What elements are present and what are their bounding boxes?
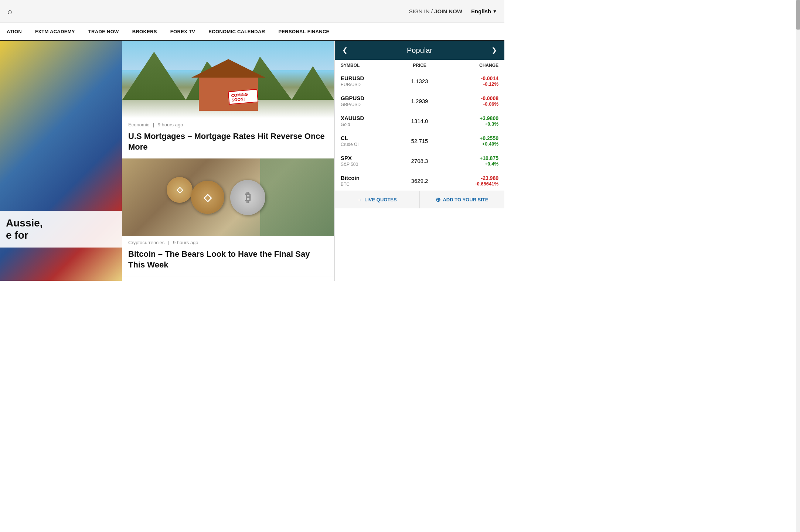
price-col: 1.2939 <box>393 98 446 104</box>
nav-item-brokers[interactable]: BROKERS <box>126 23 164 40</box>
article-bitcoin-time: 9 hours ago <box>173 240 198 245</box>
hero-overlay: Aussie, e for <box>0 211 122 248</box>
symbol-col: CL Crude Oil <box>341 135 393 147</box>
nav-item-education[interactable]: ATION <box>0 23 28 40</box>
price-col: 1314.0 <box>393 118 446 124</box>
col-change-header: CHANGE <box>446 63 498 68</box>
article-mortgage: COMING SOON! Economic | 9 hours ago U.S … <box>122 41 334 158</box>
mortgage-article-image: COMING SOON! <box>122 41 334 118</box>
change-pct: -0.06% <box>483 101 498 107</box>
nav-item-fxtm-academy[interactable]: FXTM ACADEMY <box>28 23 82 40</box>
nav-item-economic-calendar[interactable]: ECONOMIC CALENDAR <box>202 23 272 40</box>
symbol-sub: BTC <box>341 182 393 187</box>
change-pct: +0.49% <box>482 141 498 147</box>
main-content: Aussie, e for COMING SOON! Economic | 9 … <box>0 41 504 281</box>
main-nav: ATION FXTM ACADEMY TRADE NOW BROKERS FOR… <box>0 23 504 41</box>
article-mortgage-title[interactable]: U.S Mortgages – Mortgage Rates Hit Rever… <box>122 130 334 158</box>
market-title: Popular <box>407 46 432 55</box>
hero-image: Aussie, e for <box>0 41 122 281</box>
btc-coin: ₿ <box>230 180 265 215</box>
symbol-name: GBPUSD <box>341 95 393 101</box>
add-to-site-label: ADD TO YOUR SITE <box>443 197 488 202</box>
price-col: 3629.2 <box>393 178 446 184</box>
hero-text-line1: Aussie, <box>6 217 116 229</box>
article-bitcoin: ◇ ◇ ₿ Cryptocurrencies | 9 hours ago Bit… <box>122 158 334 276</box>
change-pct: +0.3% <box>485 121 498 127</box>
symbol-sub: EUR/USD <box>341 82 393 87</box>
market-footer: → LIVE QUOTES ⊕ ADD TO YOUR SITE <box>335 191 504 208</box>
market-rows: EURUSD EUR/USD 1.1323 -0.0014 -0.12% GBP… <box>335 71 504 191</box>
symbol-sub: Gold <box>341 122 393 127</box>
change-col: +0.2550 +0.49% <box>446 135 498 147</box>
search-area: ⌕ <box>7 7 12 16</box>
article-mortgage-category: Economic <box>128 122 149 127</box>
article-mortgage-time: 9 hours ago <box>158 122 183 127</box>
add-to-site-plus-icon: ⊕ <box>436 196 440 203</box>
change-col: -0.0014 -0.12% <box>446 75 498 87</box>
market-row[interactable]: XAUUSD Gold 1314.0 +3.9800 +0.3% <box>335 111 504 131</box>
nav-item-personal-finance[interactable]: PERSONAL FINANCE <box>272 23 336 40</box>
symbol-sub: GBP/USD <box>341 102 393 107</box>
change-pct: -0.65641% <box>475 181 498 187</box>
market-row[interactable]: GBPUSD GBP/USD 1.2939 -0.0008 -0.06% <box>335 91 504 111</box>
bitcoin-article-image: ◇ ◇ ₿ <box>122 158 334 236</box>
symbol-col: GBPUSD GBP/USD <box>341 95 393 107</box>
change-val: -0.0014 <box>481 75 498 81</box>
sign-in-label[interactable]: SIGN IN / <box>409 8 433 14</box>
change-col: -23.980 -0.65641% <box>446 175 498 187</box>
coming-soon-sign: COMING SOON! <box>228 89 258 105</box>
change-pct: +0.4% <box>485 161 498 167</box>
price-col: 52.715 <box>393 138 446 144</box>
symbol-col: SPX S&P 500 <box>341 155 393 167</box>
symbol-sub: Crude Oil <box>341 142 393 147</box>
live-quotes-arrow-icon: → <box>357 197 362 202</box>
language-selector[interactable]: English ▼ <box>471 8 497 14</box>
market-col-headers: SYMBOL PRICE CHANGE <box>335 60 504 71</box>
market-row[interactable]: Bitcoin BTC 3629.2 -23.980 -0.65641% <box>335 171 504 191</box>
symbol-name: SPX <box>341 155 393 161</box>
eth-coin-small: ◇ <box>167 177 193 203</box>
market-row[interactable]: SPX S&P 500 2708.3 +10.875 +0.4% <box>335 151 504 171</box>
change-col: -0.0008 -0.06% <box>446 95 498 107</box>
article-bitcoin-category: Cryptocurrencies <box>128 240 164 245</box>
change-val: -23.980 <box>481 175 498 181</box>
add-to-site-button[interactable]: ⊕ ADD TO YOUR SITE <box>420 191 504 208</box>
market-sidebar: ❮ Popular ❯ SYMBOL PRICE CHANGE EURUSD E… <box>334 41 504 281</box>
language-chevron-icon: ▼ <box>493 9 497 14</box>
symbol-name: XAUUSD <box>341 115 393 121</box>
symbol-name: CL <box>341 135 393 141</box>
change-val: -0.0008 <box>481 95 498 101</box>
col-symbol-header: SYMBOL <box>341 63 393 68</box>
market-header: ❮ Popular ❯ <box>335 41 504 60</box>
nav-item-forex-tv[interactable]: FOREX TV <box>164 23 202 40</box>
change-val: +10.875 <box>480 155 498 161</box>
change-col: +3.9800 +0.3% <box>446 115 498 127</box>
price-col: 2708.3 <box>393 158 446 164</box>
symbol-col: XAUUSD Gold <box>341 115 393 127</box>
eth-coin-large: ◇ <box>191 181 224 214</box>
article-bitcoin-meta: Cryptocurrencies | 9 hours ago <box>122 236 334 248</box>
article-bitcoin-title[interactable]: Bitcoin – The Bears Look to Have the Fin… <box>122 248 334 276</box>
symbol-col: EURUSD EUR/USD <box>341 75 393 87</box>
nav-item-trade-now[interactable]: TRADE NOW <box>82 23 126 40</box>
symbol-sub: S&P 500 <box>341 162 393 167</box>
hero-text-line2: e for <box>6 229 116 242</box>
price-col: 1.1323 <box>393 78 446 84</box>
market-next-arrow-icon[interactable]: ❯ <box>491 46 497 54</box>
market-prev-arrow-icon[interactable]: ❮ <box>342 46 348 54</box>
header-right: SIGN IN / JOIN NOW English ▼ <box>409 8 497 14</box>
live-quotes-button[interactable]: → LIVE QUOTES <box>335 191 420 208</box>
search-icon[interactable]: ⌕ <box>7 7 12 16</box>
header: ⌕ SIGN IN / JOIN NOW English ▼ <box>0 0 504 23</box>
symbol-name: EURUSD <box>341 75 393 81</box>
join-now-button[interactable]: JOIN NOW <box>434 8 462 14</box>
live-quotes-label: LIVE QUOTES <box>364 197 396 202</box>
change-col: +10.875 +0.4% <box>446 155 498 167</box>
change-val: +3.9800 <box>480 115 498 121</box>
change-val: +0.2550 <box>480 135 498 141</box>
sign-in-join: SIGN IN / JOIN NOW <box>409 8 462 14</box>
market-row[interactable]: CL Crude Oil 52.715 +0.2550 +0.49% <box>335 131 504 151</box>
col-price-header: PRICE <box>393 63 446 68</box>
market-row[interactable]: EURUSD EUR/USD 1.1323 -0.0014 -0.12% <box>335 71 504 91</box>
symbol-col: Bitcoin BTC <box>341 175 393 187</box>
